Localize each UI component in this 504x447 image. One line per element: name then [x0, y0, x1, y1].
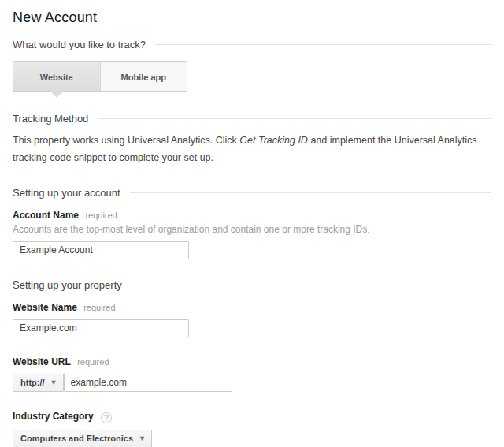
tracking-method-description: This property works using Universal Anal… [13, 132, 491, 167]
tab-website[interactable]: Website [13, 62, 100, 91]
section-divider-line [155, 44, 491, 45]
website-url-row: http:// ▾ [13, 374, 491, 392]
tracking-desc-before: This property works using Universal Anal… [13, 135, 239, 146]
website-name-label-row: Website Name required [13, 302, 491, 313]
website-url-input[interactable] [64, 374, 232, 392]
section-divider-line [98, 118, 491, 119]
url-protocol-dropdown[interactable]: http:// ▾ [13, 374, 64, 392]
get-tracking-id-text: Get Tracking ID [239, 135, 308, 146]
chevron-down-icon: ▾ [140, 434, 144, 442]
tab-mobile-app[interactable]: Mobile app [100, 62, 187, 91]
new-account-page: New Account What would you like to track… [0, 0, 504, 447]
account-name-helper-text: Accounts are the top-most level of organ… [13, 224, 491, 235]
tracking-method-section: Tracking Method This property works usin… [13, 113, 491, 167]
account-name-required-tag: required [85, 210, 117, 220]
account-name-field-group: Account Name required Accounts are the t… [13, 210, 491, 259]
tab-website-label: Website [40, 73, 73, 82]
track-type-tabs: Website Mobile app [13, 61, 187, 92]
industry-category-field-group: Industry Category ? Computers and Electr… [13, 411, 491, 447]
help-icon[interactable]: ? [101, 412, 112, 423]
website-url-required-tag: required [77, 357, 109, 367]
website-url-label: Website URL [13, 356, 71, 367]
account-name-label: Account Name [13, 210, 79, 221]
tab-mobile-app-label: Mobile app [121, 73, 166, 82]
page-title: New Account [13, 9, 491, 26]
account-setup-section: Setting up your account Account Name req… [13, 187, 491, 259]
website-name-required-tag: required [83, 303, 115, 312]
website-name-input[interactable] [13, 319, 189, 337]
tracking-method-heading-label: Tracking Method [13, 113, 88, 125]
website-url-label-row: Website URL required [13, 356, 491, 367]
track-section-heading-label: What would you like to track? [13, 39, 146, 50]
section-divider-line [132, 285, 491, 285]
industry-category-value: Computers and Electronics [20, 434, 133, 443]
website-name-field-group: Website Name required [13, 302, 491, 337]
industry-category-label-row: Industry Category ? [13, 411, 491, 423]
account-setup-heading-label: Setting up your account [13, 187, 120, 199]
chevron-down-icon: ▾ [52, 378, 56, 386]
property-setup-section: Setting up your property Website Name re… [13, 279, 491, 447]
property-setup-heading: Setting up your property [13, 279, 491, 291]
tracking-method-heading: Tracking Method [13, 113, 491, 125]
website-url-field-group: Website URL required http:// ▾ [13, 356, 491, 392]
url-protocol-value: http:// [20, 378, 45, 387]
section-divider-line [130, 192, 491, 193]
account-setup-heading: Setting up your account [13, 187, 491, 199]
website-name-label: Website Name [13, 302, 77, 313]
track-section-heading: What would you like to track? [13, 39, 491, 50]
account-name-input[interactable] [13, 241, 189, 259]
account-name-label-row: Account Name required [13, 210, 491, 221]
property-setup-heading-label: Setting up your property [13, 279, 122, 291]
industry-category-label: Industry Category [13, 411, 94, 422]
industry-category-dropdown[interactable]: Computers and Electronics ▾ [13, 430, 152, 447]
